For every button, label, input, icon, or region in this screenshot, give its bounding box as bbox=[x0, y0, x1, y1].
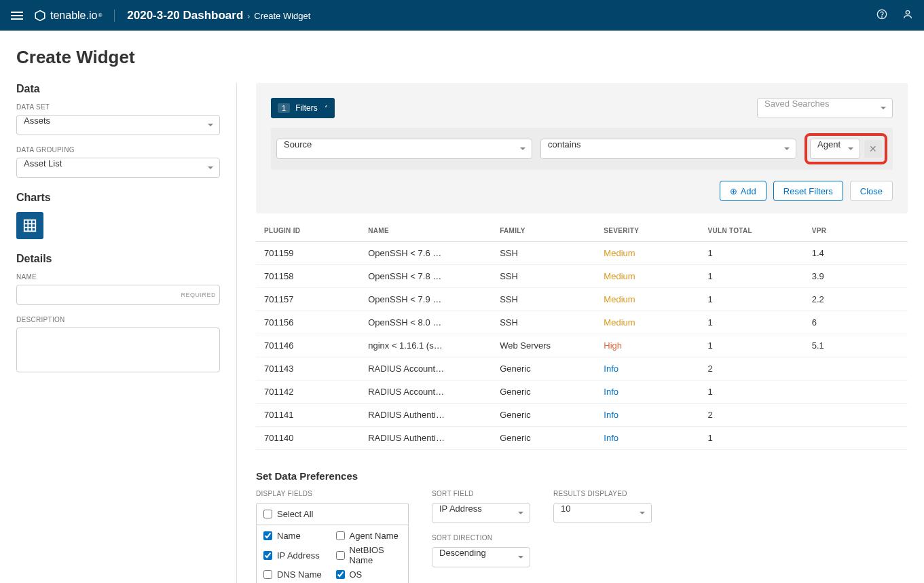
th-family[interactable]: FAMILY bbox=[492, 220, 595, 242]
filter-value-select[interactable]: Agent bbox=[810, 139, 860, 159]
cell-name: OpenSSH < 8.0 … bbox=[360, 311, 492, 334]
results-displayed-select[interactable]: 10 bbox=[553, 503, 652, 523]
cell-name: RADIUS Authenti… bbox=[360, 404, 492, 427]
description-label: DESCRIPTION bbox=[16, 316, 220, 323]
cell-name: OpenSSH < 7.8 … bbox=[360, 265, 492, 288]
cell-severity: Medium bbox=[595, 265, 699, 288]
close-filters-button[interactable]: Close bbox=[850, 181, 893, 201]
cell-family: SSH bbox=[492, 311, 595, 334]
table-row[interactable]: 701146nginx < 1.16.1 (s…Web ServersHigh1… bbox=[256, 334, 908, 357]
right-pane: 1 Filters ˄ Saved Searches Source contai… bbox=[256, 83, 908, 583]
table-row[interactable]: 701143RADIUS Account…GenericInfo2 bbox=[256, 357, 908, 381]
saved-searches-select[interactable]: Saved Searches bbox=[757, 98, 893, 118]
sort-direction-select[interactable]: Descending bbox=[432, 547, 530, 567]
table-row[interactable]: 701141RADIUS Authenti…GenericInfo2 bbox=[256, 404, 908, 427]
cell-name: RADIUS Account… bbox=[360, 381, 492, 404]
close-icon: ✕ bbox=[869, 143, 877, 154]
svg-rect-4 bbox=[24, 220, 36, 232]
cell-vpr bbox=[804, 427, 908, 450]
brand-text: tenable.io bbox=[50, 10, 97, 22]
breadcrumb: 2020-3-20 Dashboard › Create Widget bbox=[127, 9, 310, 22]
cell-vpr bbox=[804, 357, 908, 381]
cell-plugin: 701142 bbox=[256, 381, 360, 404]
cell-name: RADIUS Authenti… bbox=[360, 427, 492, 450]
table-row[interactable]: 701156OpenSSH < 8.0 …SSHMedium16 bbox=[256, 311, 908, 334]
prefs-title: Set Data Preferences bbox=[256, 470, 908, 482]
cell-name: OpenSSH < 7.9 … bbox=[360, 288, 492, 311]
cell-family: Generic bbox=[492, 427, 595, 450]
table-row[interactable]: 701142RADIUS Account…GenericInfo1 bbox=[256, 381, 908, 404]
display-field-checkbox[interactable]: Name bbox=[263, 531, 329, 541]
filter-op-select[interactable]: contains bbox=[540, 139, 796, 159]
filter-field-select[interactable]: Source bbox=[276, 139, 532, 159]
display-field-checkbox[interactable]: IP Address bbox=[263, 545, 329, 565]
cell-plugin: 701157 bbox=[256, 288, 360, 311]
th-severity[interactable]: SEVERITY bbox=[595, 220, 699, 242]
cell-vpr: 5.1 bbox=[804, 334, 908, 357]
cell-vpr: 3.9 bbox=[804, 265, 908, 288]
display-field-checkbox[interactable]: Agent Name bbox=[336, 531, 402, 541]
cell-plugin: 701143 bbox=[256, 357, 360, 381]
sort-field-label: SORT FIELD bbox=[432, 490, 530, 497]
display-field-checkbox[interactable]: NetBIOS Name bbox=[336, 545, 402, 565]
results-displayed-label: RESULTS DISPLAYED bbox=[553, 490, 652, 497]
add-filter-button[interactable]: ⊕ Add bbox=[720, 181, 766, 201]
section-details: Details bbox=[16, 253, 220, 265]
dataset-select[interactable]: Assets bbox=[16, 115, 220, 135]
table-row[interactable]: 701140RADIUS Authenti…GenericInfo1 bbox=[256, 427, 908, 450]
table-row[interactable]: 701157OpenSSH < 7.9 …SSHMedium12.2 bbox=[256, 288, 908, 311]
table-row[interactable]: 701159OpenSSH < 7.6 …SSHMedium11.4 bbox=[256, 242, 908, 265]
chevron-up-icon: ˄ bbox=[325, 105, 328, 112]
cell-name: RADIUS Account… bbox=[360, 357, 492, 381]
menu-icon[interactable] bbox=[11, 12, 23, 20]
top-bar: tenable.io® 2020-3-20 Dashboard › Create… bbox=[0, 0, 924, 31]
cell-vuln: 1 bbox=[700, 242, 804, 265]
display-field-checkbox[interactable]: OS bbox=[336, 569, 402, 580]
cell-vuln: 2 bbox=[700, 357, 804, 381]
cell-family: Generic bbox=[492, 381, 595, 404]
cell-vuln: 2 bbox=[700, 404, 804, 427]
sort-field-select[interactable]: IP Address bbox=[432, 503, 530, 523]
reset-filters-button[interactable]: Reset Filters bbox=[773, 181, 843, 201]
cell-plugin: 701158 bbox=[256, 265, 360, 288]
display-field-checkbox[interactable]: DNS Name bbox=[263, 569, 329, 580]
cell-severity: Medium bbox=[595, 311, 699, 334]
table-row[interactable]: 701158OpenSSH < 7.8 …SSHMedium13.9 bbox=[256, 265, 908, 288]
brand-logo[interactable]: tenable.io® bbox=[34, 10, 115, 22]
sort-direction-label: SORT DIRECTION bbox=[432, 534, 530, 542]
help-icon[interactable] bbox=[876, 9, 887, 22]
cell-vpr bbox=[804, 404, 908, 427]
cell-family: Generic bbox=[492, 357, 595, 381]
dataset-label: DATA SET bbox=[16, 103, 220, 111]
filter-row: Source contains Agent ✕ bbox=[271, 128, 893, 170]
chart-type-table[interactable] bbox=[16, 212, 43, 239]
cell-vuln: 1 bbox=[700, 288, 804, 311]
cell-vpr bbox=[804, 381, 908, 404]
datagrouping-select[interactable]: Asset List bbox=[16, 158, 220, 178]
user-icon[interactable] bbox=[902, 9, 913, 22]
description-input[interactable] bbox=[16, 328, 220, 372]
cell-plugin: 701141 bbox=[256, 404, 360, 427]
chevron-right-icon: › bbox=[247, 12, 250, 21]
th-vpr[interactable]: VPR bbox=[804, 220, 908, 242]
section-data: Data bbox=[16, 83, 220, 95]
cell-name: OpenSSH < 7.6 … bbox=[360, 242, 492, 265]
left-pane: Data DATA SET Assets DATA GROUPING Asset… bbox=[16, 83, 237, 583]
filters-toggle[interactable]: 1 Filters ˄ bbox=[271, 98, 335, 118]
th-plugin[interactable]: PLUGIN ID bbox=[256, 220, 360, 242]
datagrouping-label: DATA GROUPING bbox=[16, 146, 220, 154]
results-table: PLUGIN ID NAME FAMILY SEVERITY VULN TOTA… bbox=[256, 220, 908, 450]
th-vuln[interactable]: VULN TOTAL bbox=[700, 220, 804, 242]
cell-vpr: 6 bbox=[804, 311, 908, 334]
display-fields-panel: Select All NameAgent NameIP AddressNetBI… bbox=[256, 503, 409, 583]
cell-plugin: 701156 bbox=[256, 311, 360, 334]
cell-name: nginx < 1.16.1 (s… bbox=[360, 334, 492, 357]
select-all-checkbox[interactable]: Select All bbox=[263, 509, 401, 519]
cell-severity: Info bbox=[595, 404, 699, 427]
breadcrumb-dashboard[interactable]: 2020-3-20 Dashboard bbox=[127, 9, 243, 22]
cell-family: SSH bbox=[492, 242, 595, 265]
th-name[interactable]: NAME bbox=[360, 220, 492, 242]
remove-filter-button[interactable]: ✕ bbox=[864, 140, 882, 158]
cell-severity: Medium bbox=[595, 288, 699, 311]
plus-icon: ⊕ bbox=[730, 186, 737, 196]
